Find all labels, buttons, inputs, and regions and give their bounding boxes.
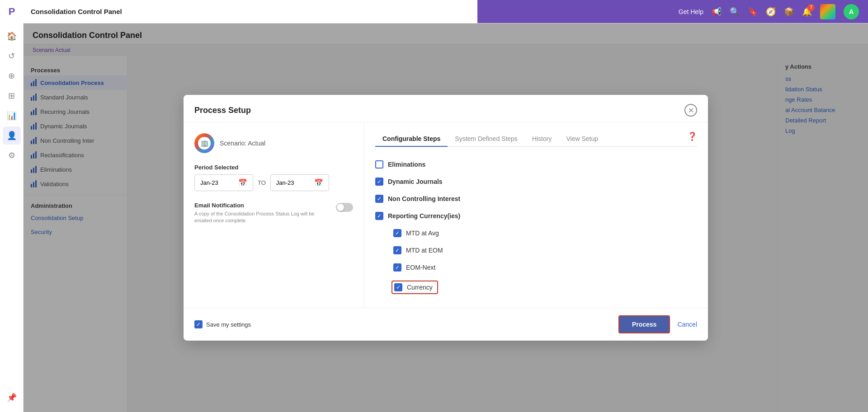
process-button[interactable]: Process: [618, 315, 670, 333]
mtd-avg-label: MTD at Avg: [406, 229, 439, 237]
logo-color-icon: [820, 4, 835, 19]
period-from-field[interactable]: Jan-23: [200, 179, 236, 186]
step-dynamic-journals: Dynamic Journals: [375, 173, 697, 190]
help-icon[interactable]: ❓: [687, 131, 697, 146]
modal-overlay: Process Setup ✕ 🏢 Scenario: Actual: [24, 23, 868, 412]
email-notification-toggle[interactable]: [336, 203, 353, 212]
sidebar-home-icon[interactable]: 🏠: [3, 27, 21, 45]
eom-next-label: EOM-Next: [406, 264, 435, 271]
scenario-icon-inner: 🏢: [198, 137, 211, 150]
step-reporting-currency: Reporting Currency(ies): [375, 207, 697, 225]
toggle-knob: [337, 204, 344, 211]
save-settings-label: Save my settings: [206, 321, 251, 328]
save-settings-row: Save my settings: [194, 320, 251, 328]
sidebar-grid-icon[interactable]: ⊞: [3, 87, 21, 105]
logo-text: P: [9, 6, 15, 18]
sidebar-user-icon[interactable]: 👤: [3, 126, 21, 145]
footer-actions: Process Cancel: [618, 315, 697, 333]
non-controlling-interest-checkbox[interactable]: [375, 195, 383, 203]
page-title: Consolidation Control Panel: [24, 8, 679, 15]
period-from-input[interactable]: Jan-23 📅: [194, 174, 253, 191]
compass-icon[interactable]: 🧭: [766, 7, 776, 17]
cube-icon[interactable]: 📦: [784, 7, 794, 17]
period-selected-group: Period Selected Jan-23 📅 TO Jan-23 📅: [194, 164, 353, 191]
sidebar-refresh-icon[interactable]: ↺: [3, 47, 21, 65]
tab-history[interactable]: History: [525, 131, 559, 147]
period-row: Jan-23 📅 TO Jan-23 📅: [194, 174, 353, 191]
eliminations-checkbox[interactable]: [375, 160, 383, 169]
scenario-label: Scenario: Actual: [220, 140, 265, 147]
sidebar-chart-icon[interactable]: 📊: [3, 107, 21, 125]
email-toggle-group: Email Notification A copy of the Consoli…: [194, 202, 330, 225]
modal-header: Process Setup ✕: [184, 95, 708, 122]
step-mtd-eom: MTD at EOM: [375, 242, 697, 259]
notification-icon[interactable]: 🔔 7: [802, 7, 812, 17]
sidebar-settings-icon[interactable]: ⚙: [3, 146, 21, 164]
save-settings-checkbox[interactable]: [194, 320, 203, 328]
scenario-row: 🏢 Scenario: Actual: [194, 133, 353, 153]
scenario-icon: 🏢: [194, 133, 214, 153]
step-eom-next: EOM-Next: [375, 259, 697, 276]
mtd-avg-checkbox[interactable]: [393, 229, 401, 237]
user-avatar[interactable]: A: [844, 4, 859, 19]
modal-left-panel: 🏢 Scenario: Actual Period Selected Jan-2…: [184, 122, 364, 308]
email-notification-group: Email Notification A copy of the Consoli…: [194, 202, 353, 225]
step-eliminations: Eliminations: [375, 156, 697, 173]
modal-title: Process Setup: [194, 106, 251, 115]
modal-close-button[interactable]: ✕: [684, 104, 697, 117]
period-to-field[interactable]: Jan-23: [276, 179, 312, 186]
modal-footer: Save my settings Process Cancel: [184, 308, 708, 341]
modal-tabs: Configurable Steps System Defined Steps …: [375, 131, 697, 147]
currency-highlight-box: Currency: [392, 281, 438, 294]
currency-checkbox[interactable]: [394, 283, 402, 291]
step-mtd-avg: MTD at Avg: [375, 225, 697, 242]
eom-next-checkbox[interactable]: [393, 263, 401, 272]
left-sidebar: 🏠 ↺ ⊕ ⊞ 📊 👤 ⚙ 📌: [0, 0, 24, 412]
period-separator: TO: [258, 179, 266, 186]
modal-body: 🏢 Scenario: Actual Period Selected Jan-2…: [184, 122, 708, 308]
announcement-icon[interactable]: 📢: [712, 7, 722, 17]
reporting-currency-checkbox[interactable]: [375, 212, 383, 220]
calendar-icon[interactable]: 📅: [238, 178, 247, 187]
process-setup-modal: Process Setup ✕ 🏢 Scenario: Actual: [184, 95, 708, 341]
period-to-input[interactable]: Jan-23 📅: [270, 174, 329, 191]
step-currency: Currency: [375, 276, 697, 299]
mtd-eom-checkbox[interactable]: [393, 246, 401, 254]
period-selected-label: Period Selected: [194, 164, 353, 171]
reporting-currency-label: Reporting Currency(ies): [388, 212, 460, 220]
currency-label: Currency: [407, 284, 433, 291]
dynamic-journals-label: Dynamic Journals: [388, 178, 443, 185]
get-help-link[interactable]: Get Help: [679, 8, 703, 15]
step-non-controlling-interest: Non Controlling Interest: [375, 190, 697, 207]
search-icon[interactable]: 🔍: [730, 7, 740, 17]
dynamic-journals-checkbox[interactable]: [375, 178, 383, 186]
app-logo[interactable]: P: [0, 0, 24, 23]
email-notification-label: Email Notification: [194, 202, 330, 209]
tab-system-defined-steps[interactable]: System Defined Steps: [448, 131, 525, 147]
notification-badge: 7: [807, 4, 815, 11]
top-navigation: P Consolidation Control Panel Get Help 📢…: [0, 0, 868, 23]
mtd-eom-label: MTD at EOM: [406, 247, 443, 254]
modal-right-panel: Configurable Steps System Defined Steps …: [364, 122, 708, 308]
main-content: Consolidation Control Panel Scenario Act…: [24, 23, 868, 412]
email-notification-desc: A copy of the Consolidation Process Stat…: [194, 211, 330, 225]
sidebar-pin-icon[interactable]: 📌: [3, 389, 21, 407]
bookmark-icon[interactable]: 🔖: [748, 7, 758, 17]
tab-view-setup[interactable]: View Setup: [559, 131, 605, 147]
top-nav-actions: Get Help 📢 🔍 🔖 🧭 📦 🔔 7 A: [679, 4, 868, 19]
sidebar-target-icon[interactable]: ⊕: [3, 67, 21, 85]
eliminations-label: Eliminations: [388, 161, 425, 168]
cancel-button[interactable]: Cancel: [677, 321, 697, 328]
tab-configurable-steps[interactable]: Configurable Steps: [375, 131, 448, 147]
calendar-icon[interactable]: 📅: [314, 178, 323, 187]
non-controlling-interest-label: Non Controlling Interest: [388, 195, 460, 202]
